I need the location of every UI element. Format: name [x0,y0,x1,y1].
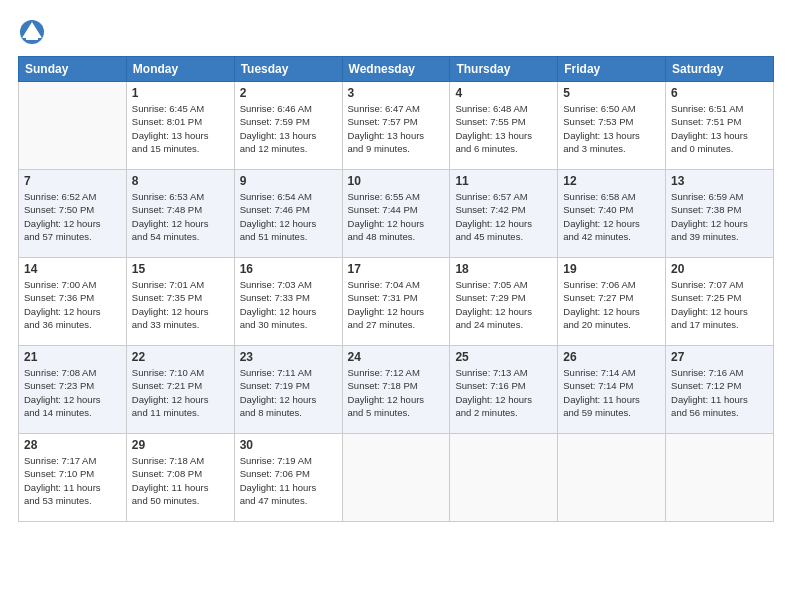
logo-icon [18,18,46,46]
col-header-wednesday: Wednesday [342,57,450,82]
calendar-cell: 9Sunrise: 6:54 AM Sunset: 7:46 PM Daylig… [234,170,342,258]
calendar-cell: 2Sunrise: 6:46 AM Sunset: 7:59 PM Daylig… [234,82,342,170]
day-number: 13 [671,174,768,188]
calendar-cell: 6Sunrise: 6:51 AM Sunset: 7:51 PM Daylig… [666,82,774,170]
svg-rect-2 [26,36,38,40]
day-info: Sunrise: 6:59 AM Sunset: 7:38 PM Dayligh… [671,190,768,243]
day-number: 8 [132,174,229,188]
calendar-cell: 12Sunrise: 6:58 AM Sunset: 7:40 PM Dayli… [558,170,666,258]
day-number: 19 [563,262,660,276]
day-number: 1 [132,86,229,100]
calendar-cell: 19Sunrise: 7:06 AM Sunset: 7:27 PM Dayli… [558,258,666,346]
day-info: Sunrise: 6:46 AM Sunset: 7:59 PM Dayligh… [240,102,337,155]
calendar-cell: 10Sunrise: 6:55 AM Sunset: 7:44 PM Dayli… [342,170,450,258]
day-number: 15 [132,262,229,276]
day-info: Sunrise: 6:55 AM Sunset: 7:44 PM Dayligh… [348,190,445,243]
calendar-week-row: 21Sunrise: 7:08 AM Sunset: 7:23 PM Dayli… [19,346,774,434]
day-info: Sunrise: 7:05 AM Sunset: 7:29 PM Dayligh… [455,278,552,331]
calendar-cell: 26Sunrise: 7:14 AM Sunset: 7:14 PM Dayli… [558,346,666,434]
day-number: 26 [563,350,660,364]
day-number: 22 [132,350,229,364]
day-info: Sunrise: 7:00 AM Sunset: 7:36 PM Dayligh… [24,278,121,331]
day-info: Sunrise: 6:57 AM Sunset: 7:42 PM Dayligh… [455,190,552,243]
calendar-cell: 1Sunrise: 6:45 AM Sunset: 8:01 PM Daylig… [126,82,234,170]
day-number: 23 [240,350,337,364]
day-number: 20 [671,262,768,276]
day-number: 18 [455,262,552,276]
day-info: Sunrise: 6:47 AM Sunset: 7:57 PM Dayligh… [348,102,445,155]
day-number: 27 [671,350,768,364]
day-info: Sunrise: 7:06 AM Sunset: 7:27 PM Dayligh… [563,278,660,331]
day-number: 2 [240,86,337,100]
calendar-cell: 17Sunrise: 7:04 AM Sunset: 7:31 PM Dayli… [342,258,450,346]
calendar-cell: 29Sunrise: 7:18 AM Sunset: 7:08 PM Dayli… [126,434,234,522]
calendar-cell: 28Sunrise: 7:17 AM Sunset: 7:10 PM Dayli… [19,434,127,522]
day-number: 5 [563,86,660,100]
calendar-week-row: 28Sunrise: 7:17 AM Sunset: 7:10 PM Dayli… [19,434,774,522]
col-header-thursday: Thursday [450,57,558,82]
calendar-cell: 23Sunrise: 7:11 AM Sunset: 7:19 PM Dayli… [234,346,342,434]
day-number: 11 [455,174,552,188]
day-number: 16 [240,262,337,276]
calendar-cell: 11Sunrise: 6:57 AM Sunset: 7:42 PM Dayli… [450,170,558,258]
calendar-cell: 22Sunrise: 7:10 AM Sunset: 7:21 PM Dayli… [126,346,234,434]
day-number: 10 [348,174,445,188]
day-info: Sunrise: 7:16 AM Sunset: 7:12 PM Dayligh… [671,366,768,419]
day-number: 7 [24,174,121,188]
calendar-cell: 3Sunrise: 6:47 AM Sunset: 7:57 PM Daylig… [342,82,450,170]
col-header-friday: Friday [558,57,666,82]
day-info: Sunrise: 7:12 AM Sunset: 7:18 PM Dayligh… [348,366,445,419]
day-number: 30 [240,438,337,452]
header [18,18,774,46]
calendar-cell: 20Sunrise: 7:07 AM Sunset: 7:25 PM Dayli… [666,258,774,346]
calendar-cell: 13Sunrise: 6:59 AM Sunset: 7:38 PM Dayli… [666,170,774,258]
calendar-cell: 16Sunrise: 7:03 AM Sunset: 7:33 PM Dayli… [234,258,342,346]
day-info: Sunrise: 7:14 AM Sunset: 7:14 PM Dayligh… [563,366,660,419]
day-number: 24 [348,350,445,364]
col-header-sunday: Sunday [19,57,127,82]
day-info: Sunrise: 7:01 AM Sunset: 7:35 PM Dayligh… [132,278,229,331]
col-header-tuesday: Tuesday [234,57,342,82]
day-info: Sunrise: 6:54 AM Sunset: 7:46 PM Dayligh… [240,190,337,243]
calendar-cell: 14Sunrise: 7:00 AM Sunset: 7:36 PM Dayli… [19,258,127,346]
calendar-table: SundayMondayTuesdayWednesdayThursdayFrid… [18,56,774,522]
day-info: Sunrise: 7:07 AM Sunset: 7:25 PM Dayligh… [671,278,768,331]
day-info: Sunrise: 7:17 AM Sunset: 7:10 PM Dayligh… [24,454,121,507]
day-number: 14 [24,262,121,276]
day-number: 17 [348,262,445,276]
day-number: 3 [348,86,445,100]
calendar-cell: 27Sunrise: 7:16 AM Sunset: 7:12 PM Dayli… [666,346,774,434]
day-info: Sunrise: 7:13 AM Sunset: 7:16 PM Dayligh… [455,366,552,419]
calendar-cell: 30Sunrise: 7:19 AM Sunset: 7:06 PM Dayli… [234,434,342,522]
day-number: 29 [132,438,229,452]
day-info: Sunrise: 6:53 AM Sunset: 7:48 PM Dayligh… [132,190,229,243]
page: SundayMondayTuesdayWednesdayThursdayFrid… [0,0,792,612]
calendar-cell: 24Sunrise: 7:12 AM Sunset: 7:18 PM Dayli… [342,346,450,434]
day-info: Sunrise: 6:45 AM Sunset: 8:01 PM Dayligh… [132,102,229,155]
calendar-cell: 25Sunrise: 7:13 AM Sunset: 7:16 PM Dayli… [450,346,558,434]
day-info: Sunrise: 6:51 AM Sunset: 7:51 PM Dayligh… [671,102,768,155]
calendar-header-row: SundayMondayTuesdayWednesdayThursdayFrid… [19,57,774,82]
col-header-monday: Monday [126,57,234,82]
calendar-cell: 8Sunrise: 6:53 AM Sunset: 7:48 PM Daylig… [126,170,234,258]
day-info: Sunrise: 7:04 AM Sunset: 7:31 PM Dayligh… [348,278,445,331]
calendar-cell: 15Sunrise: 7:01 AM Sunset: 7:35 PM Dayli… [126,258,234,346]
calendar-cell [666,434,774,522]
calendar-cell: 4Sunrise: 6:48 AM Sunset: 7:55 PM Daylig… [450,82,558,170]
day-number: 28 [24,438,121,452]
day-number: 6 [671,86,768,100]
day-info: Sunrise: 6:48 AM Sunset: 7:55 PM Dayligh… [455,102,552,155]
calendar-cell [450,434,558,522]
day-info: Sunrise: 6:58 AM Sunset: 7:40 PM Dayligh… [563,190,660,243]
calendar-cell: 18Sunrise: 7:05 AM Sunset: 7:29 PM Dayli… [450,258,558,346]
calendar-cell: 21Sunrise: 7:08 AM Sunset: 7:23 PM Dayli… [19,346,127,434]
calendar-cell: 7Sunrise: 6:52 AM Sunset: 7:50 PM Daylig… [19,170,127,258]
day-number: 21 [24,350,121,364]
calendar-week-row: 14Sunrise: 7:00 AM Sunset: 7:36 PM Dayli… [19,258,774,346]
day-number: 25 [455,350,552,364]
day-number: 9 [240,174,337,188]
calendar-week-row: 1Sunrise: 6:45 AM Sunset: 8:01 PM Daylig… [19,82,774,170]
col-header-saturday: Saturday [666,57,774,82]
day-number: 4 [455,86,552,100]
calendar-cell [19,82,127,170]
